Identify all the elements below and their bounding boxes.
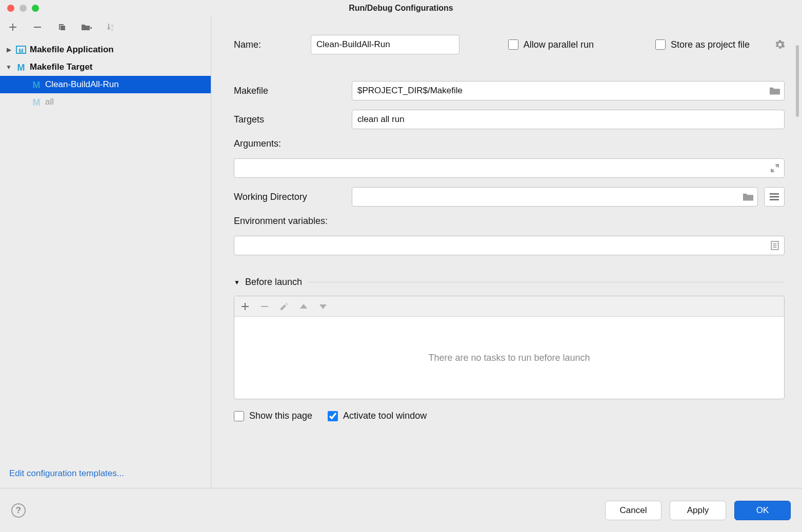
sidebar: az ▶ M Makefile Application ▼ M Makefile…: [0, 16, 211, 488]
traffic-lights: [7, 5, 39, 12]
tree-item-label: Makefile Application: [30, 45, 114, 55]
cancel-button[interactable]: Cancel: [605, 501, 661, 520]
scrollbar[interactable]: [796, 45, 799, 117]
store-as-project-label: Store as project file: [671, 39, 750, 50]
env-label: Environment variables:: [234, 216, 785, 227]
working-dir-input[interactable]: [352, 187, 758, 207]
list-icon[interactable]: [769, 240, 780, 251]
sidebar-toolbar: az: [0, 16, 211, 38]
before-launch-header[interactable]: ▼ Before launch: [234, 277, 785, 288]
remove-task-icon[interactable]: [261, 303, 268, 310]
targets-label: Targets: [234, 114, 342, 125]
edit-task-icon[interactable]: [280, 303, 288, 310]
show-this-page-input[interactable]: [234, 411, 244, 421]
svg-rect-7: [770, 193, 779, 194]
name-input[interactable]: [311, 35, 459, 54]
svg-text:M: M: [33, 97, 41, 107]
ok-button[interactable]: OK: [734, 501, 791, 520]
config-tree: ▶ M Makefile Application ▼ M Makefile Ta…: [0, 38, 211, 462]
env-input[interactable]: [234, 236, 785, 255]
svg-text:z: z: [111, 28, 113, 31]
footer: ? Cancel Apply OK: [0, 488, 802, 532]
svg-text:M: M: [17, 63, 25, 72]
working-dir-label: Working Directory: [234, 192, 342, 202]
gear-icon[interactable]: [775, 40, 785, 49]
arguments-label: Arguments:: [234, 138, 785, 149]
svg-text:M: M: [33, 80, 41, 90]
makefile-target-icon: M: [31, 79, 42, 90]
tree-item-label: Clean-BuildAll-Run: [45, 79, 119, 90]
minimize-window-icon[interactable]: [19, 5, 27, 12]
arguments-input[interactable]: [234, 158, 785, 178]
tree-item-label: all: [45, 97, 54, 107]
makefile-input[interactable]: [352, 81, 785, 100]
before-launch-label: Before launch: [245, 277, 302, 288]
chevron-down-icon: ▼: [234, 279, 240, 286]
tree-item-makefile-application[interactable]: ▶ M Makefile Application: [0, 41, 211, 58]
edit-templates-link[interactable]: Edit configuration templates...: [0, 462, 211, 488]
close-window-icon[interactable]: [7, 5, 14, 12]
expand-icon[interactable]: [769, 162, 780, 174]
show-this-page-checkbox[interactable]: Show this page: [234, 411, 312, 421]
tasks-toolbar: [234, 296, 784, 317]
show-this-page-label: Show this page: [249, 411, 312, 421]
makefile-app-icon: M: [15, 44, 27, 55]
allow-parallel-checkbox[interactable]: Allow parallel run: [508, 39, 594, 50]
add-icon[interactable]: [7, 22, 18, 33]
titlebar: Run/Debug Configurations: [0, 0, 802, 16]
makefile-target-icon: M: [31, 96, 42, 108]
no-tasks-message: There are no tasks to run before launch: [234, 317, 784, 399]
macros-button[interactable]: [764, 187, 785, 207]
tree-item-all[interactable]: M all: [0, 93, 211, 111]
tree-item-label: Makefile Target: [30, 62, 93, 72]
remove-icon[interactable]: [32, 22, 43, 33]
folder-icon[interactable]: [743, 191, 754, 202]
activate-tool-window-label: Activate tool window: [343, 411, 427, 421]
makefile-target-icon: M: [15, 62, 27, 73]
maximize-window-icon[interactable]: [32, 5, 39, 12]
folder-icon[interactable]: [769, 85, 780, 96]
makefile-label: Makefile: [234, 86, 342, 96]
tree-item-makefile-target[interactable]: ▼ M Makefile Target: [0, 58, 211, 76]
move-down-icon[interactable]: [319, 304, 327, 309]
allow-parallel-label: Allow parallel run: [524, 39, 594, 50]
divider: [307, 282, 785, 282]
name-label: Name:: [234, 39, 290, 50]
add-task-icon[interactable]: [242, 303, 249, 310]
svg-text:M: M: [18, 48, 23, 54]
activate-tool-window-checkbox[interactable]: Activate tool window: [328, 411, 427, 421]
activate-tool-window-input[interactable]: [328, 411, 338, 421]
window-title: Run/Debug Configurations: [0, 4, 802, 13]
move-up-icon[interactable]: [300, 304, 307, 309]
copy-icon[interactable]: [56, 22, 68, 33]
sort-alpha-icon[interactable]: az: [106, 22, 117, 33]
allow-parallel-input[interactable]: [508, 39, 518, 50]
save-config-icon[interactable]: [81, 22, 92, 33]
store-as-project-input[interactable]: [655, 39, 666, 50]
svg-text:a: a: [111, 24, 113, 27]
apply-button[interactable]: Apply: [670, 501, 726, 520]
tree-item-clean-buildall-run[interactable]: M Clean-BuildAll-Run: [0, 76, 211, 93]
chevron-down-icon: ▼: [5, 64, 12, 71]
svg-rect-8: [770, 196, 779, 197]
details-panel: Name: Allow parallel run Store as projec…: [211, 16, 802, 488]
store-as-project-checkbox[interactable]: Store as project file: [655, 39, 750, 50]
before-launch-tasks: There are no tasks to run before launch: [234, 296, 785, 399]
targets-input[interactable]: [352, 110, 785, 129]
help-icon[interactable]: ?: [11, 503, 26, 518]
svg-rect-9: [770, 199, 779, 200]
chevron-right-icon: ▶: [5, 46, 12, 53]
